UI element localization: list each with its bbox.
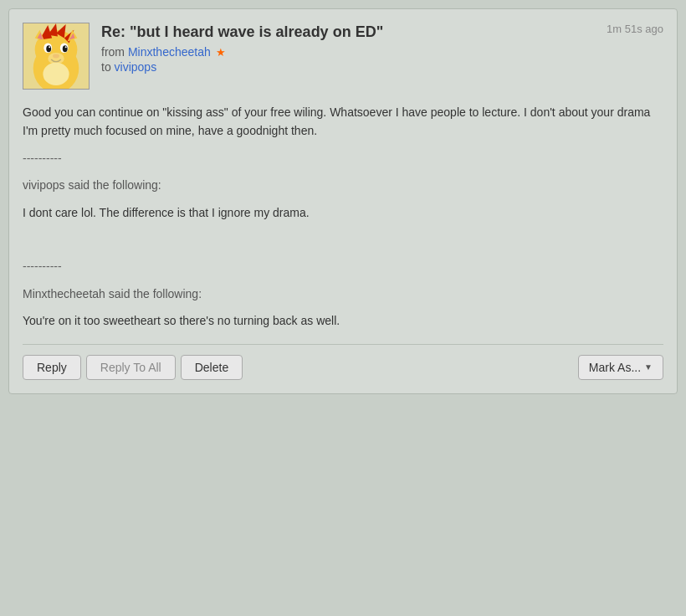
- message-footer: Reply Reply To All Delete Mark As... ▼: [23, 344, 663, 380]
- reply-button[interactable]: Reply: [23, 355, 81, 380]
- message-subject: Re: "but I heard wave is already on ED": [101, 23, 663, 42]
- footer-left-buttons: Reply Reply To All Delete: [23, 355, 243, 380]
- avatar: [23, 23, 90, 90]
- reply-to-all-button[interactable]: Reply To All: [86, 355, 176, 380]
- from-username[interactable]: Minxthecheetah: [128, 45, 211, 59]
- divider1: ----------: [23, 149, 663, 167]
- divider2: ----------: [23, 257, 663, 275]
- timestamp: 1m 51s ago: [607, 23, 663, 35]
- from-label: from: [101, 45, 125, 59]
- svg-point-9: [46, 45, 51, 52]
- svg-point-10: [63, 45, 68, 52]
- mark-as-label: Mark As...: [589, 361, 641, 374]
- svg-point-11: [49, 46, 50, 48]
- message-container: Re: "but I heard wave is already on ED" …: [8, 8, 678, 394]
- body-paragraph1: Good you can continue on "kissing ass" o…: [23, 103, 663, 141]
- to-line: to vivipops: [101, 60, 663, 74]
- to-label: to: [101, 60, 111, 74]
- footer-right-buttons: Mark As... ▼: [578, 355, 663, 380]
- mark-as-button[interactable]: Mark As... ▼: [578, 355, 663, 380]
- delete-button[interactable]: Delete: [181, 355, 243, 380]
- quote2-attribution: Minxthecheetah said the following:: [23, 285, 663, 303]
- quote2-text: You're on it too sweetheart so there's n…: [23, 311, 663, 330]
- to-username[interactable]: vivipops: [115, 60, 157, 74]
- star-icon: ★: [216, 46, 226, 59]
- message-body: Good you can continue on "kissing ass" o…: [23, 103, 663, 331]
- header-info: Re: "but I heard wave is already on ED" …: [101, 23, 663, 74]
- quote1-text: I dont care lol. The difference is that …: [23, 203, 663, 222]
- quote1-attribution: vivipops said the following:: [23, 176, 663, 194]
- svg-point-12: [65, 46, 67, 48]
- svg-point-14: [48, 53, 64, 64]
- svg-point-19: [43, 63, 69, 85]
- message-header: Re: "but I heard wave is already on ED" …: [23, 23, 663, 90]
- from-line: from Minxthecheetah ★: [101, 45, 663, 59]
- dropdown-arrow-icon: ▼: [644, 362, 653, 372]
